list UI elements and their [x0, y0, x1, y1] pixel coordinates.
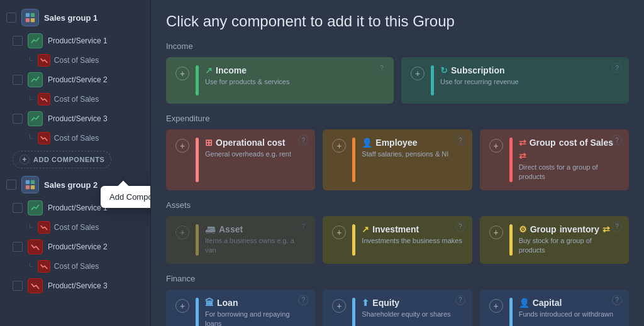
add-components-tooltip: Add Components to this Group — [101, 186, 151, 208]
capital-card[interactable]: + 👤 Capital Funds introduced or withdraw… — [480, 290, 629, 326]
loan-title: 🏛 Loan — [205, 298, 306, 308]
income-body: ↗ Income Use for products & services — [205, 65, 384, 87]
group1-product3-cos[interactable]: └ Cost of Sales — [0, 129, 150, 147]
g2-product1-label: Product/Service 1 — [48, 204, 108, 212]
g2-product2-checkbox[interactable] — [13, 242, 23, 252]
operational-card[interactable]: + ⊞ Operational cost General overheads e… — [166, 129, 315, 190]
loan-plus[interactable]: + — [175, 299, 189, 313]
group-inventory-plus[interactable]: + — [489, 225, 503, 239]
group1-product2-cos[interactable]: └ Cost of Sales — [0, 90, 150, 108]
cos3-icon — [38, 132, 50, 144]
group1-product2[interactable]: Product/Service 2 — [0, 69, 150, 90]
employee-plus[interactable]: + — [332, 139, 346, 153]
group2-product2[interactable]: Product/Service 2 — [0, 236, 150, 258]
asset-help[interactable]: ? — [298, 222, 308, 232]
income-card[interactable]: + ↗ Income Use for products & services ? — [166, 57, 394, 104]
group-inventory-card[interactable]: + ⚙ Group inventory ⇄ Buy stock for a gr… — [480, 216, 629, 264]
investment-card[interactable]: + ↗ Investment Investments the business … — [323, 216, 472, 264]
income-desc: Use for products & services — [205, 77, 384, 87]
group-2-label: Sales group 2 — [44, 180, 97, 190]
subscription-card[interactable]: + ↻ Subscription Use for recurring reven… — [401, 57, 629, 104]
finance-cards-row: + 🏛 Loan For borrowing and repaying loan… — [166, 290, 629, 326]
investment-accent — [352, 224, 355, 256]
group2-product2-cos[interactable]: └ Cost of Sales — [0, 258, 150, 275]
group-cos-help[interactable]: ? — [612, 135, 622, 145]
cos2-icon — [38, 93, 50, 106]
employee-icon: 👤 — [362, 138, 372, 148]
employee-desc: Staff salaries, pensions & NI — [362, 149, 462, 159]
group-1-checkbox[interactable] — [6, 13, 16, 23]
section-expenditure-label: Expenditure — [166, 114, 629, 123]
capital-body: 👤 Capital Funds introduced or withdrawn — [519, 298, 619, 319]
group-inventory-help[interactable]: ? — [612, 222, 622, 232]
connector: └ — [28, 57, 33, 64]
product2-checkbox[interactable] — [13, 75, 23, 85]
income-accent — [196, 65, 199, 95]
group-2-checkbox[interactable] — [6, 180, 16, 190]
operational-plus[interactable]: + — [175, 139, 189, 153]
investment-title: ↗ Investment — [362, 224, 462, 234]
equity-help[interactable]: ? — [455, 295, 465, 305]
group-1-header[interactable]: Sales group 1 — [0, 5, 150, 30]
product2-icon — [28, 72, 43, 87]
capital-plus[interactable]: + — [489, 299, 503, 313]
group1-product1[interactable]: Product/Service 1 — [0, 30, 150, 52]
loan-card[interactable]: + 🏛 Loan For borrowing and repaying loan… — [166, 290, 315, 326]
product1-icon — [28, 33, 43, 48]
loan-body: 🏛 Loan For borrowing and repaying loans — [205, 298, 306, 326]
group2-product3[interactable]: Product/Service 3 — [0, 275, 150, 296]
subscription-plus[interactable]: + — [411, 67, 425, 80]
product3-checkbox[interactable] — [13, 114, 23, 124]
asset-plus[interactable]: + — [175, 225, 189, 239]
income-title: ↗ Income — [205, 65, 384, 75]
operational-accent — [196, 138, 199, 182]
equity-desc: Shareholder equity or shares — [362, 310, 462, 319]
subscription-title: ↻ Subscription — [440, 65, 619, 75]
g2-product3-checkbox[interactable] — [13, 281, 23, 291]
asset-card[interactable]: + 🚐 Asset Items a business owns e.g. a v… — [166, 216, 315, 264]
equity-accent — [352, 298, 355, 326]
income-cards-row: + ↗ Income Use for products & services ?… — [166, 57, 629, 104]
add-components-button[interactable]: + ADD COMPONENTS — [13, 151, 111, 168]
investment-help[interactable]: ? — [455, 222, 465, 232]
group-2-icon — [21, 176, 39, 193]
loan-desc: For borrowing and repaying loans — [205, 310, 306, 326]
employee-help[interactable]: ? — [455, 135, 465, 145]
operational-help[interactable]: ? — [298, 135, 308, 145]
income-help[interactable]: ? — [377, 63, 387, 73]
income-plus[interactable]: + — [175, 67, 189, 80]
product2-label: Product/Service 2 — [48, 75, 108, 84]
group-cos-icon: ⇄ — [519, 138, 526, 148]
product1-checkbox[interactable] — [13, 36, 23, 46]
g2-product2-icon — [28, 239, 43, 254]
group2-product1-cos[interactable]: └ Cost of Sales — [0, 219, 150, 236]
cos1-label: Cost of Sales — [54, 56, 99, 65]
svg-rect-2 — [26, 18, 30, 22]
employee-title: 👤 Employee — [362, 138, 462, 148]
g2-product3-icon — [28, 278, 43, 293]
loan-accent — [196, 298, 199, 326]
group1-product1-cos[interactable]: └ Cost of Sales — [0, 52, 150, 69]
operational-desc: General overheads e.g. rent — [205, 149, 306, 159]
main-content: Click any component to add it to this Gr… — [151, 0, 644, 326]
group1-product3[interactable]: Product/Service 3 — [0, 108, 150, 129]
subscription-help[interactable]: ? — [612, 63, 622, 73]
g2-product1-checkbox[interactable] — [13, 203, 23, 213]
section-finance-label: Finance — [166, 274, 629, 283]
equity-card[interactable]: + ⬆ Equity Shareholder equity or shares … — [323, 290, 472, 326]
asset-accent — [196, 224, 199, 256]
group-cos-card[interactable]: + ⇄ Group cost of Sales ⇄ Direct costs f… — [480, 129, 629, 190]
loan-help[interactable]: ? — [298, 295, 308, 305]
equity-icon: ⬆ — [362, 298, 369, 308]
group-cos-plus[interactable]: + — [489, 139, 503, 153]
product3-label: Product/Service 3 — [48, 114, 108, 123]
employee-card[interactable]: + 👤 Employee Staff salaries, pensions & … — [323, 129, 472, 190]
equity-body: ⬆ Equity Shareholder equity or shares — [362, 298, 462, 319]
svg-rect-7 — [31, 185, 35, 189]
section-income-label: Income — [166, 41, 629, 51]
capital-icon: 👤 — [519, 298, 530, 308]
equity-plus[interactable]: + — [332, 299, 346, 313]
add-components-label: ADD COMPONENTS — [33, 156, 104, 163]
investment-plus[interactable]: + — [332, 225, 346, 239]
capital-help[interactable]: ? — [612, 295, 622, 305]
